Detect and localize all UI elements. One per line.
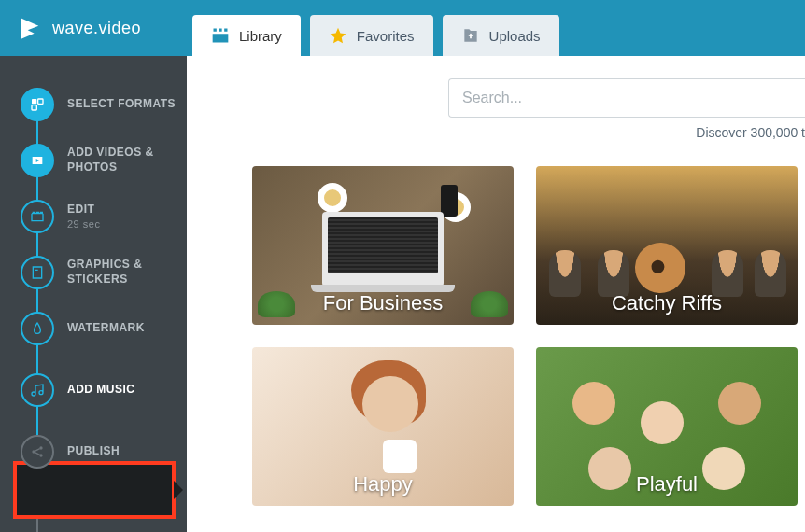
card-label: Playful (636, 472, 698, 497)
card-label: For Business (323, 291, 443, 315)
card-happy[interactable]: Happy (252, 347, 514, 506)
card-playful[interactable]: Playful (536, 347, 798, 506)
step-label: ADD MUSIC (67, 383, 135, 398)
step-add-videos[interactable]: ADD VIDEOS & PHOTOS (0, 133, 187, 189)
step-label: GRAPHICS & STICKERS (67, 258, 187, 287)
svg-rect-0 (32, 99, 36, 104)
graphics-icon (21, 256, 54, 289)
card-label: Happy (353, 472, 413, 497)
play-icon (17, 15, 43, 41)
edit-icon (21, 200, 54, 233)
step-label: SELECT FORMATS (67, 97, 176, 112)
music-icon (21, 373, 54, 407)
tab-library[interactable]: Library (192, 15, 301, 56)
step-label: ADD VIDEOS & PHOTOS (67, 146, 187, 175)
step-graphics[interactable]: GRAPHICS & STICKERS (0, 245, 187, 301)
tab-favorites[interactable]: Favorites (310, 15, 433, 56)
step-label: EDIT29 sec (67, 203, 100, 231)
tab-label: Library (239, 28, 282, 44)
formats-icon (21, 88, 54, 121)
brand-name: wave.video (52, 19, 141, 38)
step-label: WATERMARK (67, 321, 145, 336)
star-icon (329, 26, 347, 45)
tab-uploads[interactable]: Uploads (443, 15, 559, 56)
upload-icon (461, 26, 480, 45)
watermark-icon (21, 312, 54, 345)
active-step-highlight (13, 461, 176, 519)
step-label: PUBLISH (67, 444, 120, 459)
videos-icon (21, 144, 54, 177)
step-add-music[interactable]: ADD MUSIC (0, 362, 187, 418)
step-watermark[interactable]: WATERMARK (0, 301, 187, 357)
library-icon (211, 26, 230, 45)
tab-label: Uploads (489, 28, 541, 44)
brand-logo[interactable]: wave.video (0, 15, 187, 41)
top-tabs: Library Favorites Uploads (187, 0, 559, 56)
workflow-sidebar: SELECT FORMATS ADD VIDEOS & PHOTOS EDIT2… (0, 56, 187, 532)
search-input[interactable] (448, 78, 805, 118)
card-catchy-riffs[interactable]: Catchy Riffs (536, 166, 798, 325)
card-label: Catchy Riffs (612, 291, 722, 315)
app-header: wave.video Library Favorites Uploads (0, 0, 805, 56)
category-grid: For Business Catchy Riffs Happ (187, 140, 805, 506)
svg-rect-1 (38, 99, 43, 104)
step-edit[interactable]: EDIT29 sec (0, 189, 187, 245)
content-area: Discover 300,000 t For Business (187, 56, 805, 532)
discover-text: Discover 300,000 t (187, 125, 805, 140)
publish-icon (21, 435, 54, 469)
svg-rect-2 (32, 105, 36, 110)
card-for-business[interactable]: For Business (252, 166, 514, 325)
step-select-formats[interactable]: SELECT FORMATS (0, 77, 187, 133)
tab-label: Favorites (357, 28, 415, 44)
